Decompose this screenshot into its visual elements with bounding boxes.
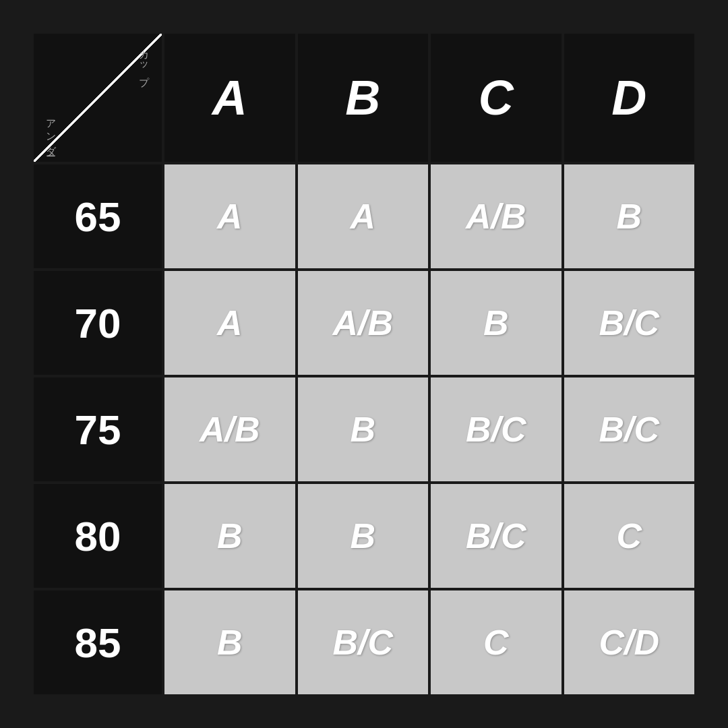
cell-85-a: B [164,590,295,694]
cell-65-d: B [564,164,695,268]
cell-70-a: A [164,271,295,375]
cell-75-a: A/B [164,377,295,481]
cell-75-c: B/C [431,377,562,481]
cup-label: カップ [138,43,152,82]
row-header-65: 65 [34,164,162,268]
row-header-85: 85 [34,590,162,694]
cell-85-c: C [431,590,562,694]
cell-80-d: C [564,484,695,588]
col-header-b: B [298,34,429,162]
cell-75-b: B [298,377,429,481]
corner-header: カップ アンダー [34,34,162,162]
cell-85-b: B/C [298,590,429,694]
cell-85-d: C/D [564,590,695,694]
col-header-d: D [564,34,695,162]
cell-70-b: A/B [298,271,429,375]
cell-65-c: A/B [431,164,562,268]
cell-75-d: B/C [564,377,695,481]
under-label: アンダー [44,113,58,152]
row-header-75: 75 [34,377,162,481]
col-header-a: A [164,34,295,162]
col-header-c: C [431,34,562,162]
cell-80-a: B [164,484,295,588]
cell-70-c: B [431,271,562,375]
row-header-80: 80 [34,484,162,588]
cell-80-b: B [298,484,429,588]
cell-80-c: B/C [431,484,562,588]
cell-70-d: B/C [564,271,695,375]
cell-65-b: A [298,164,429,268]
cell-65-a: A [164,164,295,268]
size-chart-table: カップ アンダー A B C D 65 A A A/B B 70 A A/B B… [34,34,694,694]
row-header-70: 70 [34,271,162,375]
